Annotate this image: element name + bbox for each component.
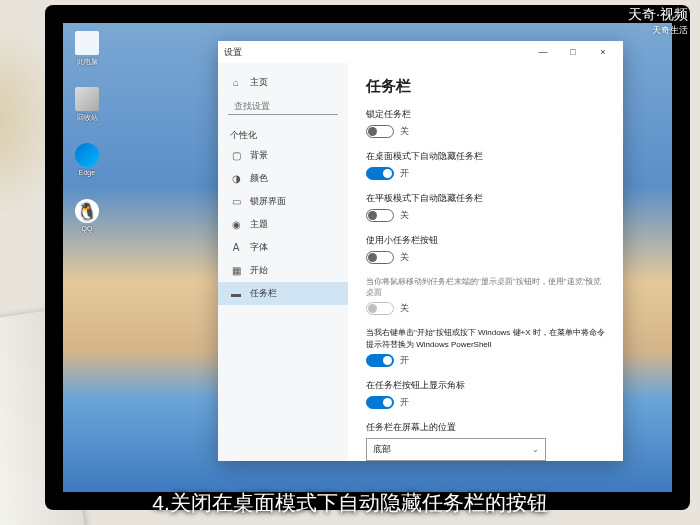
home-icon: ⌂ xyxy=(230,77,242,88)
desktop-icons: 此电脑 回收站 Edge 🐧QQ xyxy=(71,31,103,241)
watermark-sub: 天奇生活 xyxy=(628,24,688,37)
toggle-autohide-desktop[interactable] xyxy=(366,167,394,180)
themes-icon: ◉ xyxy=(230,219,242,230)
setting-lock-taskbar: 锁定任务栏 关 xyxy=(366,108,605,138)
titlebar[interactable]: 设置 — □ × xyxy=(218,41,623,63)
desktop-icon-recycle[interactable]: 回收站 xyxy=(71,87,103,129)
start-icon: ▦ xyxy=(230,265,242,276)
taskbar-icon: ▬ xyxy=(230,288,242,299)
watermark-brand: 天奇·视频 xyxy=(628,6,688,22)
sidebar-item-fonts[interactable]: A字体 xyxy=(218,236,348,259)
toggle-autohide-tablet[interactable] xyxy=(366,209,394,222)
window-title: 设置 xyxy=(224,46,242,59)
search-input[interactable] xyxy=(228,98,338,115)
desktop-screen[interactable]: 此电脑 回收站 Edge 🐧QQ 设置 — □ × ⌂ 主页 个性化 ▢背景 ◑… xyxy=(63,23,672,492)
sidebar-item-lockscreen[interactable]: ▭锁屏界面 xyxy=(218,190,348,213)
watermark: 天奇·视频 天奇生活 xyxy=(628,6,688,37)
sidebar-item-taskbar[interactable]: ▬任务栏 xyxy=(218,282,348,305)
content-panel: 任务栏 锁定任务栏 关 在桌面模式下自动隐藏任务栏 开 在平板模式下自动隐藏任务… xyxy=(348,63,623,461)
close-button[interactable]: × xyxy=(589,43,617,61)
chevron-down-icon: ⌄ xyxy=(532,445,539,454)
tablet-frame: 此电脑 回收站 Edge 🐧QQ 设置 — □ × ⌂ 主页 个性化 ▢背景 ◑… xyxy=(45,5,690,510)
sidebar-item-colors[interactable]: ◑颜色 xyxy=(218,167,348,190)
page-title: 任务栏 xyxy=(366,77,605,96)
setting-autohide-desktop: 在桌面模式下自动隐藏任务栏 开 xyxy=(366,150,605,180)
dropdown-position[interactable]: 底部 ⌄ xyxy=(366,438,546,461)
colors-icon: ◑ xyxy=(230,173,242,184)
video-caption: 4.关闭在桌面模式下自动隐藏任务栏的按钮 xyxy=(0,489,700,517)
background-icon: ▢ xyxy=(230,150,242,161)
setting-autohide-tablet: 在平板模式下自动隐藏任务栏 关 xyxy=(366,192,605,222)
minimize-button[interactable]: — xyxy=(529,43,557,61)
setting-powershell: 当我右键单击"开始"按钮或按下 Windows 键+X 时，在菜单中将命令提示符… xyxy=(366,327,605,366)
setting-peek: 当你将鼠标移动到任务栏末端的"显示桌面"按钮时，使用"速览"预览桌面 关 xyxy=(366,276,605,315)
desktop-icon-edge[interactable]: Edge xyxy=(71,143,103,185)
sidebar: ⌂ 主页 个性化 ▢背景 ◑颜色 ▭锁屏界面 ◉主题 A字体 ▦开始 ▬任务栏 xyxy=(218,63,348,461)
sidebar-home[interactable]: ⌂ 主页 xyxy=(218,71,348,94)
desktop-icon-pc[interactable]: 此电脑 xyxy=(71,31,103,73)
toggle-badges[interactable] xyxy=(366,396,394,409)
toggle-small-buttons[interactable] xyxy=(366,251,394,264)
fonts-icon: A xyxy=(230,242,242,253)
toggle-lock-taskbar[interactable] xyxy=(366,125,394,138)
maximize-button[interactable]: □ xyxy=(559,43,587,61)
setting-badges: 在任务栏按钮上显示角标 开 xyxy=(366,379,605,409)
desktop-icon-qq[interactable]: 🐧QQ xyxy=(71,199,103,241)
setting-small-buttons: 使用小任务栏按钮 关 xyxy=(366,234,605,264)
toggle-peek xyxy=(366,302,394,315)
toggle-powershell[interactable] xyxy=(366,354,394,367)
settings-window: 设置 — □ × ⌂ 主页 个性化 ▢背景 ◑颜色 ▭锁屏界面 ◉主题 A字体 … xyxy=(218,41,623,461)
setting-position: 任务栏在屏幕上的位置 底部 ⌄ xyxy=(366,421,605,461)
sidebar-item-start[interactable]: ▦开始 xyxy=(218,259,348,282)
lockscreen-icon: ▭ xyxy=(230,196,242,207)
sidebar-item-themes[interactable]: ◉主题 xyxy=(218,213,348,236)
sidebar-item-background[interactable]: ▢背景 xyxy=(218,144,348,167)
sidebar-category: 个性化 xyxy=(218,123,348,144)
